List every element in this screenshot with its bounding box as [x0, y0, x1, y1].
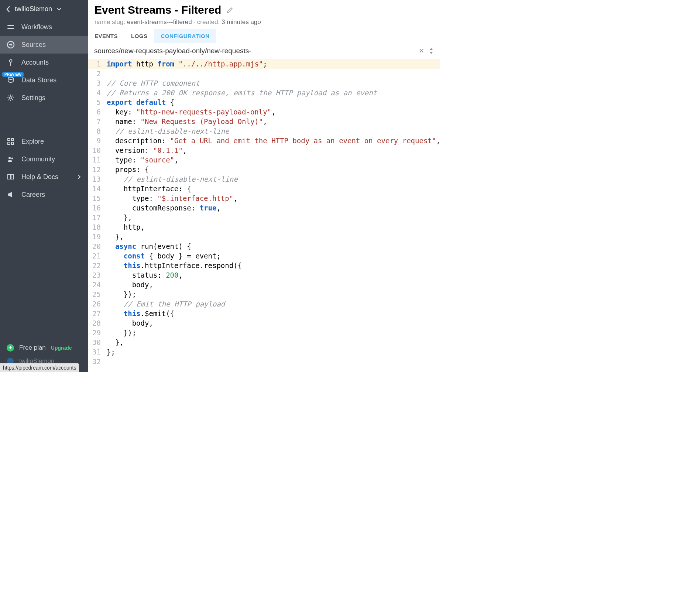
sidebar-item-datastores[interactable]: PREVIEW Data Stores [0, 71, 88, 89]
upgrade-link[interactable]: Upgrade [51, 345, 72, 351]
sidebar-item-explore[interactable]: Explore [0, 133, 88, 150]
svg-rect-9 [11, 142, 14, 144]
edit-icon[interactable] [226, 6, 234, 14]
svg-point-11 [11, 158, 13, 160]
sidebar-item-label: Community [21, 155, 55, 163]
sidebar-item-workflows[interactable]: Workflows [0, 18, 88, 36]
sidebar-item-careers[interactable]: Careers [0, 186, 88, 203]
url-preview: https://pipedream.com/accounts [0, 363, 79, 372]
slug-label: name slug: [95, 18, 125, 25]
sidebar-item-settings[interactable]: Settings [0, 89, 88, 107]
sidebar-item-sources[interactable]: Sources [0, 36, 88, 54]
svg-point-5 [10, 97, 12, 99]
megaphone-icon [7, 191, 15, 199]
svg-rect-6 [8, 138, 10, 141]
main: Event Streams - Filtered name slug: even… [88, 0, 440, 372]
created-label: created: [197, 18, 220, 25]
workspace-switcher[interactable]: twilioSlemon [0, 0, 88, 18]
svg-point-3 [10, 60, 12, 62]
chevron-right-icon [78, 174, 81, 179]
sidebar-item-label: Sources [21, 41, 46, 49]
sidebar-item-label: Careers [21, 191, 45, 199]
community-icon [7, 155, 15, 163]
database-icon [7, 76, 15, 84]
preview-badge: PREVIEW [2, 72, 24, 77]
workspace-name: twilioSlemon [15, 5, 52, 13]
svg-point-10 [8, 157, 11, 159]
sidebar-item-label: Help & Docs [21, 173, 58, 181]
path-bar: sources/new-requests-payload-only/new-re… [88, 43, 440, 59]
gear-icon [7, 94, 15, 102]
close-icon[interactable]: ✕ [419, 47, 424, 55]
svg-point-4 [8, 77, 13, 79]
plan-row[interactable]: + Free plan Upgrade [7, 341, 81, 354]
tab-configuration[interactable]: CONFIGURATION [154, 29, 216, 43]
sidebar-item-label: Data Stores [21, 76, 56, 84]
sort-icon[interactable] [429, 48, 434, 54]
explore-icon [7, 137, 15, 145]
sidebar-item-community[interactable]: Community [0, 150, 88, 168]
sidebar-item-label: Workflows [21, 23, 52, 31]
header: Event Streams - Filtered name slug: even… [88, 0, 440, 29]
sidebar-item-help[interactable]: Help & Docs [0, 168, 88, 186]
sources-icon [7, 41, 15, 49]
svg-rect-7 [11, 138, 14, 141]
chevron-down-icon [56, 7, 62, 11]
accounts-icon [7, 58, 15, 66]
sidebar: twilioSlemon Workflows Sources Accounts … [0, 0, 88, 372]
sidebar-item-label: Accounts [21, 59, 49, 66]
book-icon [7, 173, 15, 181]
plus-icon: + [7, 344, 14, 352]
back-icon [6, 6, 10, 13]
file-path: sources/new-requests-payload-only/new-re… [94, 47, 414, 55]
sidebar-item-label: Explore [21, 138, 44, 145]
svg-rect-8 [8, 142, 10, 144]
tab-logs[interactable]: LOGS [124, 29, 154, 43]
tab-events[interactable]: EVENTS [88, 29, 124, 43]
plan-label: Free plan [19, 344, 46, 352]
svg-rect-0 [7, 25, 14, 26]
page-title: Event Streams - Filtered [95, 4, 221, 16]
created-value: 3 minutes ago [222, 18, 261, 25]
sidebar-item-accounts[interactable]: Accounts [0, 54, 88, 71]
slug-value: event-streams---filtered [127, 18, 192, 25]
svg-rect-1 [7, 28, 14, 29]
workflows-icon [7, 23, 15, 31]
sidebar-item-label: Settings [21, 94, 45, 102]
tabs: EVENTS LOGS CONFIGURATION [88, 29, 440, 43]
code-editor[interactable]: 1import http from "../../http.app.mjs"; … [88, 59, 440, 372]
